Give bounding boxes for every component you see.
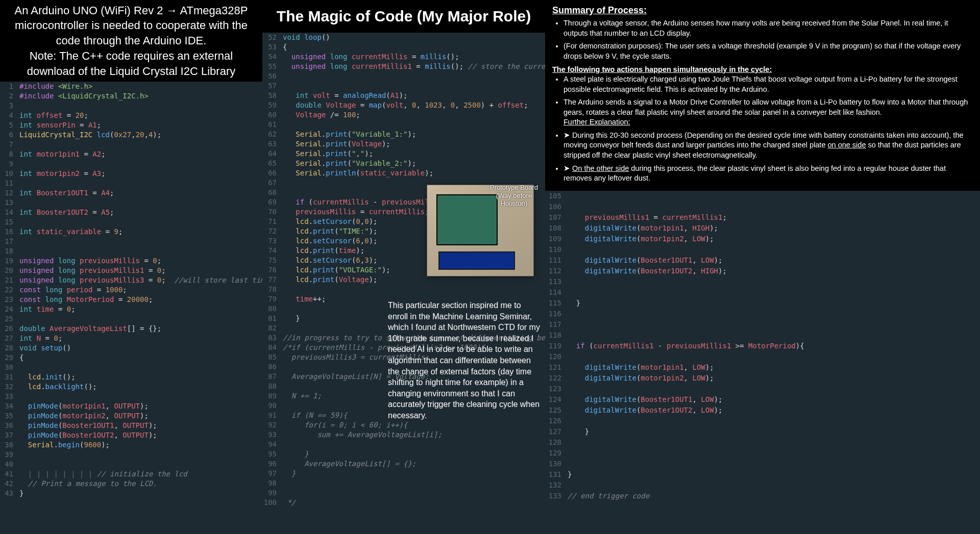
code-line[interactable] — [19, 217, 262, 227]
code-line[interactable]: #include <Wire.h> — [19, 82, 262, 91]
code-line[interactable]: int volt = analogRead(A1); — [283, 91, 545, 100]
code-line[interactable] — [568, 309, 980, 319]
code-line[interactable]: const long MotorPeriod = 20000; — [19, 295, 262, 304]
left-code-body[interactable]: #include <Wire.h>#include <LiquidCrystal… — [16, 82, 262, 534]
code-line[interactable]: #include <LiquidCrystal_I2C.h> — [19, 91, 262, 101]
code-line[interactable] — [568, 276, 980, 287]
code-line[interactable]: digitalWrite(Booster1OUT2, HIGH); — [568, 266, 980, 276]
code-line[interactable] — [19, 159, 262, 169]
code-line[interactable]: lcd.backlight(); — [19, 382, 262, 392]
code-line[interactable] — [19, 246, 262, 256]
code-line[interactable] — [568, 244, 980, 255]
code-line[interactable]: int sensorPin = A1; — [19, 120, 262, 130]
code-line[interactable] — [568, 330, 980, 341]
code-line[interactable] — [19, 392, 262, 401]
code-line[interactable]: Serial.println(static_variable); — [283, 168, 545, 178]
code-line[interactable]: LiquidCrystal_I2C lcd(0x27,20,4); — [19, 130, 262, 140]
code-line[interactable]: previousMillis1 = currentMillis1; — [568, 212, 980, 223]
code-line[interactable] — [19, 314, 262, 324]
code-line[interactable]: lcd.init(); — [19, 372, 262, 382]
code-line[interactable] — [283, 488, 545, 498]
code-line[interactable]: { — [283, 42, 545, 52]
code-line[interactable]: unsigned long currentMillis1 = millis();… — [283, 62, 545, 71]
middle-code-editor[interactable]: 5253545556575859606162636465666768697071… — [262, 33, 545, 534]
code-line[interactable] — [568, 351, 980, 362]
code-line[interactable]: int Booster1OUT2 = A5; — [19, 208, 262, 217]
code-line[interactable] — [283, 440, 545, 449]
code-line[interactable] — [568, 480, 980, 491]
code-line[interactable] — [568, 319, 980, 330]
code-line[interactable]: unsigned long previousMillis1 = 0; — [19, 266, 262, 275]
code-line[interactable]: if (currentMillis1 - previousMillis1 >= … — [568, 341, 980, 351]
code-line[interactable]: digitalWrite(motor1pin1, HIGH); — [568, 223, 980, 234]
code-line[interactable]: sum += AverageVoltageList[i]; — [283, 430, 545, 440]
code-line[interactable]: Voltage /= 100; — [283, 110, 545, 120]
code-line[interactable]: unsigned long previousMillis = 0; — [19, 256, 262, 266]
left-code-editor[interactable]: 1234567891011121314151617181920212223242… — [0, 82, 262, 534]
code-line[interactable]: // end trigger code — [568, 491, 980, 501]
code-line[interactable] — [568, 437, 980, 448]
code-line[interactable] — [19, 179, 262, 188]
code-line[interactable]: int time = 0; — [19, 304, 262, 314]
code-line[interactable]: AverageVoltageList[] = {}; — [283, 459, 545, 469]
code-line[interactable] — [19, 101, 262, 111]
code-line[interactable]: Serial.print("Variable_1:"); — [283, 130, 545, 139]
code-line[interactable]: double Voltage = map(volt, 0, 1023, 0, 2… — [283, 100, 545, 110]
code-line[interactable] — [568, 448, 980, 459]
code-line[interactable]: pinMode(motor1pin1, OUTPUT); — [19, 401, 262, 411]
code-line[interactable] — [19, 198, 262, 208]
code-line[interactable]: Serial.begin(9600); — [19, 440, 262, 450]
code-line[interactable] — [568, 201, 980, 212]
code-line[interactable]: digitalWrite(motor1pin2, LOW); — [568, 234, 980, 244]
code-line[interactable]: for(i = 0; i < 60; i++){ — [283, 420, 545, 430]
code-line[interactable]: const long period = 1000; — [19, 285, 262, 295]
code-line[interactable]: digitalWrite(motor1pin2, LOW); — [568, 373, 980, 384]
code-line[interactable]: Serial.print(","); — [283, 149, 545, 159]
code-line[interactable]: digitalWrite(motor1pin1, LOW); — [568, 362, 980, 373]
code-line[interactable] — [19, 460, 262, 469]
code-line[interactable] — [283, 81, 545, 91]
code-line[interactable] — [19, 237, 262, 246]
code-line[interactable]: digitalWrite(Booster1OUT2, LOW); — [568, 405, 980, 416]
code-line[interactable]: digitalWrite(Booster1OUT1, LOW); — [568, 255, 980, 266]
code-line[interactable] — [283, 71, 545, 81]
code-line[interactable]: } — [283, 469, 545, 478]
code-line[interactable]: int N = 0; — [19, 334, 262, 343]
code-line[interactable]: } — [568, 469, 980, 480]
code-line[interactable]: double AverageVoltageList[] = {}; — [19, 324, 262, 334]
code-line[interactable] — [568, 384, 980, 394]
code-line[interactable] — [19, 140, 262, 149]
code-line[interactable]: { — [19, 353, 262, 363]
code-line[interactable]: int offset = 20; — [19, 111, 262, 120]
code-line[interactable] — [283, 120, 545, 130]
code-line[interactable]: // Print a message to the LCD. — [19, 479, 262, 489]
code-line[interactable]: pinMode(Booster1OUT2, OUTPUT); — [19, 430, 262, 440]
code-line[interactable]: int static_variable = 9; — [19, 227, 262, 237]
code-line[interactable]: int Booster1OUT1 = A4; — [19, 188, 262, 198]
mid-code-body[interactable]: void loop(){ unsigned long currentMillis… — [280, 33, 545, 534]
code-line[interactable]: Serial.print("Variable_2:"); — [283, 159, 545, 168]
code-line[interactable]: Serial.print(Voltage); — [283, 139, 545, 149]
code-line[interactable]: pinMode(Booster1OUT1, OUTPUT); — [19, 421, 262, 430]
code-line[interactable]: void loop() — [283, 33, 545, 42]
code-line[interactable]: */ — [283, 498, 545, 507]
code-line[interactable] — [283, 478, 545, 488]
code-line[interactable]: unsigned long previousMillis3 = 0; //wil… — [19, 275, 262, 285]
code-line[interactable] — [568, 416, 980, 426]
code-line[interactable]: } — [283, 449, 545, 459]
code-line[interactable]: | | | | | | | | // initialize the lcd — [19, 469, 262, 479]
code-line[interactable]: unsigned long currentMillis = millis(); — [283, 52, 545, 62]
code-line[interactable] — [568, 287, 980, 298]
code-line[interactable]: pinMode(motor1pin2, OUTPUT); — [19, 411, 262, 421]
code-line[interactable]: } — [568, 426, 980, 437]
code-line[interactable] — [283, 285, 545, 294]
code-line[interactable] — [19, 363, 262, 372]
right-code-editor[interactable]: 1031041051061071081091101111121131141151… — [545, 169, 980, 534]
code-line[interactable]: void setup() — [19, 343, 262, 353]
code-line[interactable] — [568, 459, 980, 469]
code-line[interactable]: int motor1pin1 = A2; — [19, 149, 262, 159]
code-line[interactable]: int motor1pin2 = A3; — [19, 169, 262, 179]
code-line[interactable] — [568, 191, 980, 201]
code-line[interactable] — [19, 450, 262, 460]
right-code-body[interactable]: if (Voltage < 9){ previousMillis1 = curr… — [565, 169, 980, 534]
